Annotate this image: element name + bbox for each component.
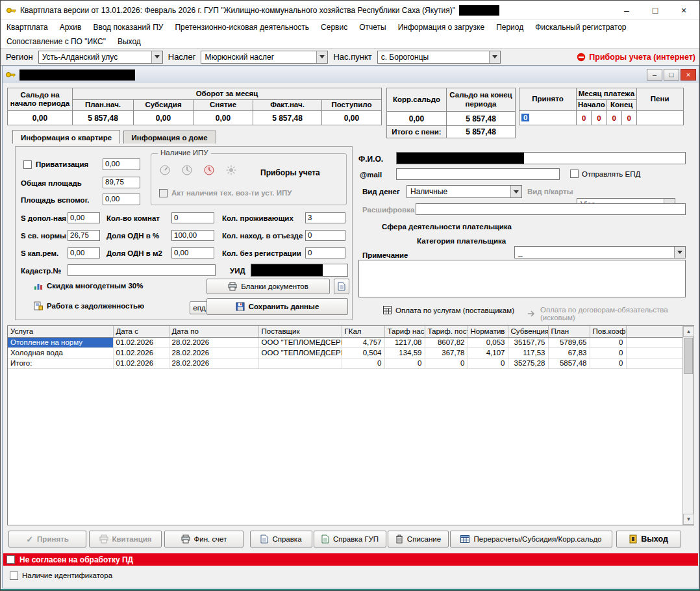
grid-cell[interactable]: 35157,75 bbox=[508, 337, 548, 347]
grid-cell[interactable]: ООО "ТЕПЛОМЕДСЕРВИ bbox=[258, 337, 342, 347]
residents-input[interactable]: 3 bbox=[305, 212, 345, 223]
menu-vvod-pokazaniy[interactable]: Ввод показаний ПУ bbox=[87, 20, 169, 34]
grid-col-povkoef[interactable]: Пов.коэф bbox=[590, 326, 626, 337]
grid-cell[interactable]: 0 bbox=[425, 358, 468, 368]
ipu-act-checkbox[interactable] bbox=[159, 189, 168, 197]
save-data-button[interactable]: Сохранить данные bbox=[206, 298, 348, 315]
grid-cell[interactable]: 28.02.2026 bbox=[169, 358, 258, 368]
region-select-arrow[interactable] bbox=[151, 51, 162, 63]
rooms-input[interactable]: 0 bbox=[171, 212, 214, 223]
debt-work-button[interactable]: Работа с задолженностью bbox=[34, 301, 144, 310]
grid-col-normativ[interactable]: Норматив bbox=[468, 326, 508, 337]
discount-button[interactable]: Скидка многодетным 30% bbox=[34, 281, 143, 290]
scroll-down-arrow[interactable]: ▼ bbox=[683, 514, 694, 525]
grid-cell[interactable]: Холодная вода bbox=[8, 347, 113, 358]
grid-col-tarif-nas[interactable]: Тариф нас. bbox=[384, 326, 425, 337]
menu-sopostavlenie[interactable]: Сопоставление с ПО "ИКС" bbox=[1, 34, 112, 49]
odn-pct-input[interactable]: 100,00 bbox=[171, 230, 214, 241]
note-textarea[interactable] bbox=[358, 260, 686, 297]
month-start-input-1[interactable]: 0 bbox=[577, 111, 592, 125]
grid-cell[interactable]: 117,53 bbox=[508, 347, 548, 358]
sphere-arrow[interactable] bbox=[674, 247, 685, 258]
grid-cell[interactable]: 0 bbox=[590, 347, 626, 358]
accept-button[interactable]: ✓ Принять bbox=[8, 531, 86, 547]
grid-cell[interactable]: 5789,65 bbox=[548, 337, 590, 347]
grid-cell[interactable]: 28.02.2026 bbox=[169, 337, 258, 347]
scrollbar-thumb[interactable] bbox=[684, 338, 693, 374]
grid-cell[interactable]: 0 bbox=[384, 358, 425, 368]
grid-cell[interactable]: ООО "ТЕПЛОМЕДСЕРВИ bbox=[258, 347, 342, 358]
child-close-button[interactable]: × bbox=[681, 69, 696, 81]
consent-checkbox[interactable] bbox=[6, 555, 15, 564]
minimize-button[interactable]: – bbox=[612, 1, 641, 19]
grid-cell[interactable]: Итого: bbox=[8, 358, 113, 368]
child-minimize-button[interactable]: – bbox=[647, 69, 662, 81]
grid-cell[interactable]: 4,107 bbox=[468, 347, 508, 358]
month-end-input-2[interactable]: 0 bbox=[622, 111, 636, 125]
grid-cell[interactable] bbox=[258, 358, 342, 368]
grid-cell[interactable]: 4,757 bbox=[342, 337, 384, 347]
grid-col-tarif-post[interactable]: Тариф. пост bbox=[425, 326, 468, 337]
menu-fiskalny[interactable]: Фискальный регистратор bbox=[529, 20, 632, 34]
spravka-gup-button[interactable]: Справка ГУП bbox=[314, 531, 386, 547]
grid-col-data-s[interactable]: Дата с bbox=[113, 326, 169, 337]
grid-cell[interactable]: 5857,48 bbox=[548, 358, 590, 368]
grid-col-plan[interactable]: План bbox=[548, 326, 590, 337]
noreg-input[interactable]: 0 bbox=[305, 247, 345, 258]
region-select[interactable]: Усть-Алданский улус bbox=[38, 51, 163, 64]
grid-vertical-scrollbar[interactable]: ▲ ▼ bbox=[682, 326, 694, 525]
grid-cell[interactable]: 01.02.2026 bbox=[113, 337, 169, 347]
grid-row-total[interactable]: Итого: 01.02.2026 28.02.2026 0 0 0 0 352… bbox=[8, 358, 683, 368]
s-norm-input[interactable]: 26,75 bbox=[68, 230, 100, 241]
tab-apartment-info[interactable]: Информация о квартире bbox=[12, 130, 120, 144]
child-restore-button[interactable]: □ bbox=[664, 69, 679, 81]
menu-kvartplata[interactable]: Квартплата bbox=[1, 20, 54, 34]
grid-cell[interactable]: 01.02.2026 bbox=[113, 358, 169, 368]
nasleg-select[interactable]: Мюрюнский наслег bbox=[201, 51, 328, 64]
odn-m2-input[interactable]: 0,00 bbox=[171, 247, 214, 258]
tab-house-info[interactable]: Информация о доме bbox=[123, 131, 216, 144]
grid-row-cold-water[interactable]: Холодная вода 01.02.2026 28.02.2026 ООО … bbox=[8, 347, 683, 358]
grid-cell[interactable]: Отопление на норму bbox=[8, 337, 113, 347]
maximize-button[interactable]: □ bbox=[641, 1, 669, 19]
menu-info-zagruzka[interactable]: Информация о загрузке bbox=[392, 20, 490, 34]
document-small-button[interactable] bbox=[334, 279, 349, 294]
menu-otchety[interactable]: Отчеты bbox=[353, 20, 392, 34]
grid-cell[interactable]: 0,053 bbox=[468, 337, 508, 347]
grid-cell[interactable]: 35275,28 bbox=[508, 358, 548, 368]
privatization-input[interactable]: 0,00 bbox=[103, 158, 140, 170]
scroll-up-arrow[interactable]: ▲ bbox=[683, 326, 694, 337]
naspunkt-select-arrow[interactable] bbox=[489, 51, 500, 63]
money-type-arrow[interactable] bbox=[510, 186, 521, 197]
nasleg-select-arrow[interactable] bbox=[316, 51, 327, 63]
recalculations-button[interactable]: Перерасчеты/Субсидия/Корр.сальдо bbox=[450, 531, 612, 547]
identifier-checkbox[interactable] bbox=[10, 572, 18, 580]
grid-cell[interactable]: 0 bbox=[590, 358, 626, 368]
prinyato-input[interactable]: 0 bbox=[520, 112, 575, 124]
month-end-input-1[interactable]: 0 bbox=[607, 111, 622, 125]
document-blanks-button[interactable]: Бланки документов bbox=[206, 279, 330, 294]
grid-cell[interactable]: 28.02.2026 bbox=[169, 347, 258, 358]
grid-row-heating[interactable]: Отопление на норму 01.02.2026 28.02.2026… bbox=[8, 337, 683, 347]
menu-period[interactable]: Период bbox=[490, 20, 529, 34]
peni-input[interactable] bbox=[636, 111, 683, 125]
grid-cell[interactable]: 367,78 bbox=[425, 347, 468, 358]
decode-input[interactable] bbox=[416, 203, 686, 215]
grid-col-usluga[interactable]: Услуга bbox=[8, 326, 113, 337]
grid-col-subvenciya[interactable]: Субвенция bbox=[508, 326, 548, 337]
money-type-select[interactable]: Наличные bbox=[406, 185, 522, 198]
menu-pretenzionno[interactable]: Претензионно-исковая деятельность bbox=[169, 20, 315, 34]
menu-vyhod[interactable]: Выход bbox=[112, 34, 147, 49]
meters-internet-link[interactable]: Приборы учета (интернет) bbox=[577, 53, 695, 62]
grid-cell[interactable]: 8607,82 bbox=[425, 337, 468, 347]
exit-button[interactable]: Выход bbox=[616, 531, 681, 547]
sphere-select[interactable]: _ bbox=[514, 246, 686, 258]
close-button[interactable]: × bbox=[669, 1, 698, 19]
grid-col-postavshik[interactable]: Поставщик bbox=[258, 326, 342, 337]
grid-cell[interactable]: 0,504 bbox=[342, 347, 384, 358]
s-kap-input[interactable]: 0,00 bbox=[68, 247, 100, 258]
grid-col-gkal[interactable]: ГКал bbox=[342, 326, 384, 337]
pay-services-link[interactable]: Оплата по услугам (поставщикам) bbox=[383, 306, 514, 314]
receipt-button[interactable]: Квитанция bbox=[89, 531, 162, 547]
grid-col-data-po[interactable]: Дата по bbox=[169, 326, 258, 337]
